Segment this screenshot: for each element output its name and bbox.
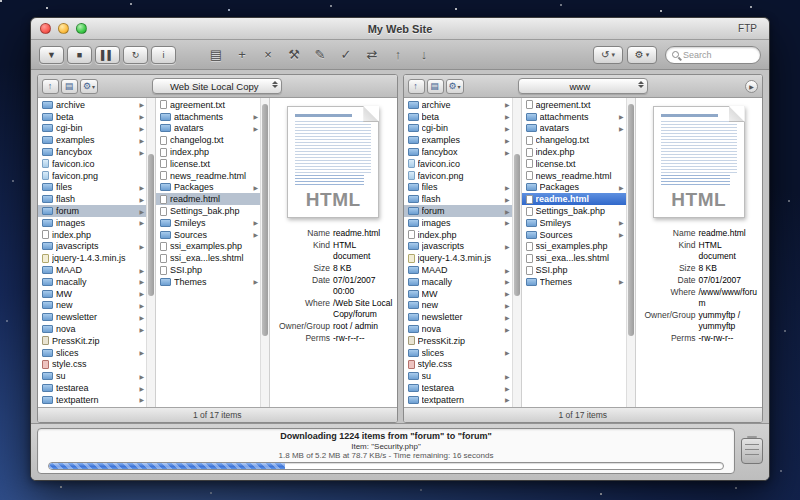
file-row[interactable]: ssi_exa...les.shtml <box>156 252 260 264</box>
scrollbar-thumb[interactable] <box>514 154 520 296</box>
file-row[interactable]: nova ▶ <box>404 323 512 335</box>
file-row[interactable]: macally ▶ <box>38 276 146 288</box>
file-row[interactable]: readme.html <box>156 193 260 205</box>
info-button[interactable]: i <box>151 46 176 64</box>
tasks-icon[interactable]: ✓ <box>336 45 356 65</box>
titlebar[interactable]: My Web Site FTP <box>31 18 769 40</box>
file-row[interactable]: cgi-bin ▶ <box>404 123 512 135</box>
search-input[interactable] <box>683 50 754 60</box>
file-row[interactable]: slices ▶ <box>38 347 146 359</box>
file-row[interactable]: textpattern ▶ <box>38 394 146 406</box>
search-field[interactable] <box>665 46 761 64</box>
file-row[interactable]: ssi_examples.php <box>156 241 260 253</box>
file-row[interactable]: index.php <box>404 229 512 241</box>
file-row[interactable]: files ▶ <box>404 182 512 194</box>
scrollbar-thumb[interactable] <box>628 104 634 336</box>
file-row[interactable]: flash ▶ <box>404 193 512 205</box>
file-row[interactable]: forum ▶ <box>404 205 512 217</box>
file-row[interactable]: newsletter ▶ <box>404 311 512 323</box>
folders-button[interactable]: ▤ <box>61 79 78 94</box>
file-row[interactable]: MW ▶ <box>38 288 146 300</box>
actions-menu-button[interactable]: ⚙▾ <box>627 46 657 64</box>
folders-button[interactable]: ▤ <box>427 79 444 94</box>
upload-arrow-button[interactable]: ↑ <box>408 79 425 94</box>
tools-icon[interactable]: ⚒ <box>284 45 304 65</box>
file-row[interactable]: ssi_exa...les.shtml <box>522 252 626 264</box>
file-row[interactable]: avatars ▶ <box>156 123 260 135</box>
file-row[interactable]: newsletter ▶ <box>38 311 146 323</box>
scrollbar[interactable] <box>512 98 521 407</box>
file-row[interactable]: Settings_bak.php <box>522 205 626 217</box>
file-row[interactable]: changelog.txt <box>522 134 626 146</box>
file-row[interactable]: news_readme.html <box>156 170 260 182</box>
file-row[interactable]: index.php <box>38 229 146 241</box>
upload-icon[interactable]: ↑ <box>388 45 408 65</box>
pause-button[interactable]: ▌▌ <box>95 46 120 64</box>
go-button[interactable]: ▶ <box>745 80 758 93</box>
file-row[interactable]: jquery-1.4.3.min.js <box>38 252 146 264</box>
file-row[interactable]: favicon.png <box>38 170 146 182</box>
file-row[interactable]: flash ▶ <box>38 193 146 205</box>
file-row[interactable]: new ▶ <box>404 300 512 312</box>
file-row[interactable]: examples ▶ <box>404 134 512 146</box>
delete-icon[interactable]: × <box>258 45 278 65</box>
file-row[interactable]: slices ▶ <box>404 347 512 359</box>
file-row[interactable]: su ▶ <box>38 370 146 382</box>
scrollbar[interactable] <box>260 98 269 407</box>
file-row[interactable]: wiki ▶ <box>404 406 512 408</box>
pane-actions-button[interactable]: ⚙▾ <box>80 79 98 94</box>
file-row[interactable]: Sources ▶ <box>156 229 260 241</box>
file-row[interactable]: archive ▶ <box>38 99 146 111</box>
file-row[interactable]: beta ▶ <box>38 111 146 123</box>
file-row[interactable]: SSI.php <box>522 264 626 276</box>
file-row[interactable]: Themes ▶ <box>522 276 626 288</box>
file-row[interactable]: Settings_bak.php <box>156 205 260 217</box>
file-row[interactable]: files ▶ <box>38 182 146 194</box>
file-row[interactable]: su ▶ <box>404 370 512 382</box>
remote-path-selector[interactable]: www <box>518 78 648 94</box>
file-row[interactable]: wiki ▶ <box>38 406 146 408</box>
history-menu-button[interactable]: ↺▾ <box>593 46 623 64</box>
file-row[interactable]: Packages ▶ <box>522 182 626 194</box>
file-row[interactable]: favicon.ico <box>404 158 512 170</box>
file-row[interactable]: MAAD ▶ <box>404 264 512 276</box>
file-row[interactable]: Smileys ▶ <box>156 217 260 229</box>
scrollbar[interactable] <box>626 98 635 407</box>
file-row[interactable]: images ▶ <box>404 217 512 229</box>
go-transfer-button[interactable]: ▼ <box>39 46 64 64</box>
scrollbar-thumb[interactable] <box>148 154 154 296</box>
file-row[interactable]: testarea ▶ <box>404 382 512 394</box>
file-row[interactable]: avatars ▶ <box>522 123 626 135</box>
file-row[interactable]: testarea ▶ <box>38 382 146 394</box>
file-row[interactable]: javascripts ▶ <box>404 241 512 253</box>
file-row[interactable]: javascripts ▶ <box>38 241 146 253</box>
file-row[interactable]: license.txt <box>522 158 626 170</box>
file-row[interactable]: textpattern ▶ <box>404 394 512 406</box>
file-row[interactable]: MW ▶ <box>404 288 512 300</box>
file-row[interactable]: readme.html <box>522 193 626 205</box>
file-row[interactable]: agreement.txt <box>156 99 260 111</box>
file-row[interactable]: attachments ▶ <box>522 111 626 123</box>
file-row[interactable]: index.php <box>522 146 626 158</box>
pane-actions-button[interactable]: ⚙▾ <box>446 79 464 94</box>
file-row[interactable]: license.txt <box>156 158 260 170</box>
file-row[interactable]: MAAD ▶ <box>38 264 146 276</box>
file-row[interactable]: attachments ▶ <box>156 111 260 123</box>
file-row[interactable]: Sources ▶ <box>522 229 626 241</box>
file-row[interactable]: favicon.ico <box>38 158 146 170</box>
file-row[interactable]: style.css <box>38 359 146 371</box>
file-row[interactable]: index.php <box>156 146 260 158</box>
file-row[interactable]: cgi-bin ▶ <box>38 123 146 135</box>
file-row[interactable]: SSI.php <box>156 264 260 276</box>
file-row[interactable]: nova ▶ <box>38 323 146 335</box>
file-row[interactable]: favicon.png <box>404 170 512 182</box>
upload-arrow-button[interactable]: ↑ <box>42 79 59 94</box>
file-row[interactable]: fancybox ▶ <box>38 146 146 158</box>
file-row[interactable]: news_readme.html <box>522 170 626 182</box>
scrollbar-thumb[interactable] <box>262 104 268 336</box>
file-row[interactable]: Themes ▶ <box>156 276 260 288</box>
file-row[interactable]: Smileys ▶ <box>522 217 626 229</box>
transfer-queue-icon[interactable] <box>741 438 763 464</box>
file-row[interactable]: new ▶ <box>38 300 146 312</box>
scrollbar[interactable] <box>146 98 155 407</box>
